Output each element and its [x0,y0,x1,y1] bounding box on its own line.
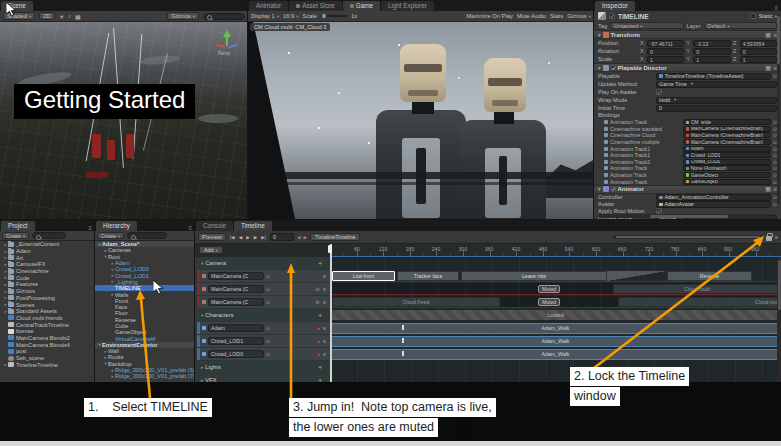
hierarchy-item[interactable]: ▸ Ridge_300x300_V01_prefab (7) [95,373,195,379]
project-item[interactable]: ▸ Cinemachine [0,268,95,275]
playable-object-field[interactable]: TimelineTimeline (TimelineAsset) [656,73,771,80]
hierarchy-item[interactable]: ▸ Ridge_300x300_V01_prefab (6) [95,367,195,373]
breadcrumb-forward-icon[interactable]: ▶ [304,235,308,240]
binding-object-field[interactable]: MainCamera (CinemachineBrain) [683,126,771,132]
record-icon[interactable]: ● [317,338,320,344]
clip-adam-walk[interactable]: Adam_Walk [332,323,779,334]
project-search-input[interactable] [32,232,66,239]
timeline-zoom-scrollbar[interactable] [613,235,763,239]
x-field[interactable]: 0 [647,48,684,55]
scale-slider[interactable] [321,15,347,17]
preset-icon[interactable]: ▤ [766,65,771,71]
track-crowd-lod1[interactable]: Crowd_LOD1 ⊙ ●≡ [197,335,330,347]
fold-icon[interactable]: ▾ [201,261,203,266]
project-item[interactable]: ▸ Scenes [0,301,95,308]
project-item[interactable]: ▸ TimelineTimeline [0,361,95,368]
z-field[interactable]: 1 [740,56,777,63]
binding-object-field[interactable]: Adam [683,146,771,152]
project-item[interactable]: ▸ CarouselFX [0,261,95,268]
shading-mode-dropdown[interactable]: Shaded [3,12,35,20]
timeline-breadcrumb[interactable]: TimelineTimeline [310,233,360,241]
tab-light-explorer[interactable]: Light Explorer [381,1,434,11]
fold-icon[interactable]: ▾ [201,313,203,318]
tab-game[interactable]: Game [343,1,380,11]
track-menu-icon[interactable]: ≡ [323,273,326,279]
project-item[interactable]: MainCamera Blends2 [0,335,95,342]
tab-animator[interactable]: Animator [249,1,288,11]
current-frame-field[interactable]: 0 [270,233,294,241]
timeline-menu-icon[interactable]: ≡ [775,234,778,240]
add-track-dropdown[interactable]: Add [199,246,223,254]
timeline-ruler[interactable]: 6012018024030036042048054060066072078084… [330,244,781,257]
project-item[interactable]: ▸ _ExternalContent [0,241,95,248]
stats-toggle[interactable]: Stats [550,13,563,19]
fold-icon[interactable]: ▾ [598,32,601,38]
clip-adam-walk[interactable]: Adam_Walk [332,349,779,360]
project-item[interactable]: ▸ Features [0,281,95,288]
project-item[interactable]: ▸ Adam [0,248,95,255]
project-item[interactable]: post [0,348,95,355]
initial-time-field[interactable]: 0 [656,105,777,112]
track-maincamera-1[interactable]: MainCamera (C ⊙ ≡ [197,270,330,282]
add-track-button[interactable]: + [318,364,322,371]
z-field[interactable]: 4.593654 [740,40,777,47]
track-maincamera-2[interactable]: MainCamera (C ⊙ ⊘≡ [197,283,330,295]
skip-to-end-button[interactable]: ▶| [260,235,267,240]
project-item[interactable]: MainCamera Blends4 [0,341,95,348]
inspector-horizontal-scrollbar[interactable] [598,214,771,218]
inspector-vertical-scrollbar[interactable] [777,14,780,204]
track-menu-icon[interactable]: ≡ [323,286,326,292]
controller-object-field[interactable]: Adam_AnimationController [656,194,771,201]
y-field[interactable]: 1 [693,56,730,63]
binding-object-field[interactable]: GameObject [683,172,771,178]
mute-icon[interactable]: ⊘ [315,286,320,292]
tab-hierarchy[interactable]: Hierarchy [96,221,137,231]
scene-gizmos-dropdown[interactable]: Gizmos [167,12,199,20]
wrap-mode-dropdown[interactable]: Hold [656,97,777,104]
skip-to-start-button[interactable]: |◀ [229,235,236,240]
z-field[interactable]: 0 [740,48,777,55]
2d-toggle-button[interactable]: 2D [39,12,54,20]
y-field[interactable]: 0 [693,48,730,55]
mute-icon[interactable]: ⊘ [315,299,320,305]
tag-dropdown[interactable]: Untagged [610,22,683,29]
create-dropdown[interactable]: Create [2,232,29,239]
project-item[interactable]: ▸ Code [0,274,95,281]
tab-timeline[interactable]: Timeline [234,221,272,231]
project-item[interactable]: ▸ Standard Assets [0,308,95,315]
lock-icon[interactable] [766,236,772,241]
project-item[interactable]: ▸ Gizmos [0,288,95,295]
group-lights[interactable]: ▸ Lights + [195,361,330,373]
fold-icon[interactable]: ▾ [598,186,601,192]
project-item[interactable]: ▸ Art [0,254,95,261]
aspect-dropdown[interactable]: 16:9 [283,13,299,19]
object-picker-icon[interactable]: ⊙ [266,325,270,331]
display-dropdown[interactable]: Display 1 [251,13,279,19]
maximize-on-play-toggle[interactable]: Maximize On Play [466,13,513,19]
tab-console[interactable]: Console [196,221,233,231]
object-picker-icon[interactable]: ⊙ [266,338,270,344]
playable-director-header[interactable]: ▾ Playable Director ▤≡ [594,63,781,72]
object-picker-icon[interactable]: ⊙ [266,286,270,292]
lighting-toggle-icon[interactable]: ☀ [59,13,64,20]
binding-object-field[interactable]: GameObject [683,179,771,185]
clip-tracker-face[interactable]: Tracker face [397,271,459,281]
playhead-marker[interactable] [328,245,332,253]
clip-crossfade[interactable] [607,271,667,281]
static-dropdown[interactable]: Static [759,13,777,19]
tab-asset-store[interactable]: Asset Store [289,1,342,11]
clip-reverse[interactable]: Reverse [667,271,752,281]
group-camera[interactable]: ▾ Camera + [195,257,330,269]
hierarchy-search-input[interactable] [127,232,167,239]
project-item[interactable]: Seb_scene [0,355,95,362]
record-icon[interactable]: ● [317,351,320,357]
animator-component-header[interactable]: ▾ Animator ▤≡ [594,185,781,194]
group-characters[interactable]: ▾ Characters + [195,309,330,321]
effects-toggle-icon[interactable]: ▦ [75,13,81,20]
x-field[interactable]: -57.46711 [647,40,684,47]
fold-icon[interactable]: ▾ [598,65,601,71]
scene-search-input[interactable] [203,13,245,20]
binding-object-field[interactable]: None (Animator) [683,165,771,171]
project-item[interactable]: Cloud multi-friends [0,315,95,322]
scene-viewport[interactable]: Getting Started Persp [0,22,248,220]
